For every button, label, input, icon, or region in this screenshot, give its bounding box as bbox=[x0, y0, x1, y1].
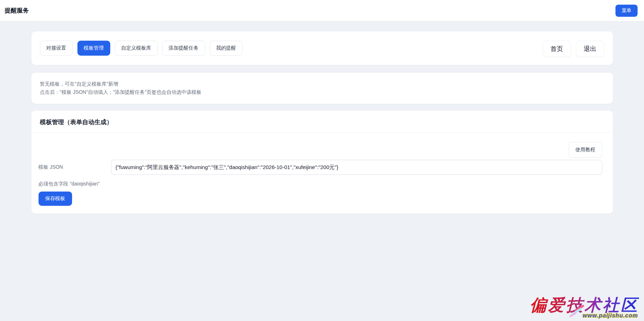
template-card-header: 模板管理（表单自动生成） bbox=[31, 111, 613, 133]
tab-connection-settings[interactable]: 对接设置 bbox=[40, 41, 73, 56]
nav-card: 对接设置 模板管理 自定义模板库 添加提醒任务 我的提醒 首页 退出 bbox=[31, 31, 613, 65]
decor-stroke-pink bbox=[574, 305, 585, 312]
tutorial-button[interactable]: 使用教程 bbox=[569, 142, 602, 158]
watermark-decor-strokes bbox=[569, 307, 585, 317]
menu-button[interactable]: 菜单 bbox=[615, 5, 638, 17]
decor-stroke-teal bbox=[572, 308, 582, 315]
template-management-card: 模板管理（表单自动生成） 使用教程 模板 JSON 必须包含字段 "daoqis… bbox=[31, 111, 613, 214]
notice-line-2: 点击后："模板 JSON"自动填入；"添加提醒任务"页签也会自动选中该模板 bbox=[40, 88, 604, 96]
page-title: 提醒服务 bbox=[5, 6, 29, 15]
save-template-button[interactable]: 保存模板 bbox=[39, 192, 72, 206]
watermark-logo: 偏爱技术社区 www.paijishu.com bbox=[530, 297, 639, 319]
tab-template-management[interactable]: 模板管理 bbox=[77, 41, 110, 56]
notice-line-1: 暂无模板，可在"自定义模板库"新增 bbox=[40, 80, 604, 88]
app-header: 提醒服务 菜单 bbox=[0, 0, 644, 21]
nav-right-actions: 首页 退出 bbox=[543, 41, 604, 57]
tab-custom-template-library[interactable]: 自定义模板库 bbox=[115, 41, 158, 56]
watermark-brand-text: 偏爱技术社区 bbox=[530, 297, 639, 314]
tutorial-row: 使用教程 bbox=[39, 142, 602, 158]
decor-stroke-lavender bbox=[569, 312, 577, 318]
section-title: 模板管理（表单自动生成） bbox=[40, 118, 604, 126]
required-field-hint: 必须包含字段 "daoqishijian" bbox=[39, 181, 602, 187]
main-container: 对接设置 模板管理 自定义模板库 添加提醒任务 我的提醒 首页 退出 暂无模板，… bbox=[31, 31, 613, 214]
notice-card: 暂无模板，可在"自定义模板库"新增 点击后："模板 JSON"自动填入；"添加提… bbox=[31, 73, 613, 104]
template-json-label: 模板 JSON bbox=[39, 164, 111, 170]
watermark-url-text: www.paijishu.com bbox=[530, 312, 638, 319]
logout-button[interactable]: 退出 bbox=[576, 41, 604, 57]
tab-add-reminder-task[interactable]: 添加提醒任务 bbox=[162, 41, 205, 56]
home-button[interactable]: 首页 bbox=[543, 41, 571, 57]
tab-my-reminders[interactable]: 我的提醒 bbox=[210, 41, 243, 56]
template-json-input[interactable] bbox=[111, 160, 602, 175]
template-card-body: 使用教程 模板 JSON 必须包含字段 "daoqishijian" 保存模板 bbox=[31, 133, 613, 214]
tab-bar: 对接设置 模板管理 自定义模板库 添加提醒任务 我的提醒 bbox=[40, 41, 243, 56]
template-json-row: 模板 JSON bbox=[39, 160, 602, 175]
